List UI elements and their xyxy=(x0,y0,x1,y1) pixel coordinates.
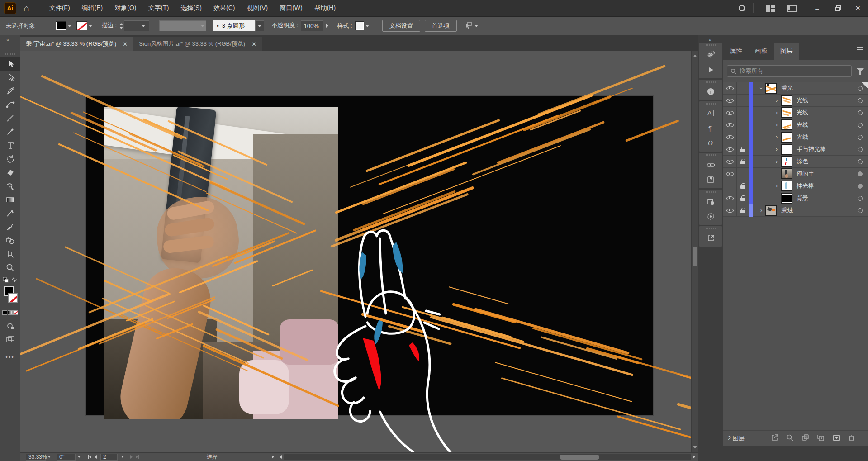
layer-name[interactable]: 光线 xyxy=(797,133,808,141)
brush-definition-value[interactable]: •3 点圆形 xyxy=(213,20,255,31)
new-layer-icon[interactable] xyxy=(832,434,840,443)
layer-thumbnail[interactable] xyxy=(781,156,792,167)
expand-chevron-icon[interactable]: › xyxy=(773,146,781,152)
menu-7[interactable]: 视图(V) xyxy=(241,0,274,17)
expand-chevron-icon[interactable]: › xyxy=(773,122,781,128)
stroke-dropdown-chevron-icon[interactable] xyxy=(87,21,94,30)
hscroll-left-icon[interactable] xyxy=(280,455,282,459)
info-icon[interactable] xyxy=(699,84,722,99)
rotation-dropdown-chevron-icon[interactable] xyxy=(76,456,83,458)
line-tool[interactable] xyxy=(0,111,20,125)
collapse-panels-icon[interactable]: « xyxy=(709,37,711,43)
style-dropdown-chevron-icon[interactable] xyxy=(364,21,370,30)
visibility-toggle[interactable] xyxy=(723,168,737,180)
visibility-toggle[interactable] xyxy=(723,95,737,107)
layer-name[interactable]: 背景 xyxy=(797,194,808,202)
pattern-icon[interactable] xyxy=(699,209,722,224)
target-circle[interactable] xyxy=(858,196,863,201)
layer-thumbnail[interactable] xyxy=(781,193,792,204)
panel-menu-icon[interactable] xyxy=(857,47,863,54)
expand-chevron-icon[interactable]: › xyxy=(773,183,781,189)
swap-fill-stroke-icon[interactable] xyxy=(11,277,17,282)
layer-row-光线[interactable]: ›光线 xyxy=(723,95,868,107)
layer-name[interactable]: 光线 xyxy=(797,121,808,129)
status-expand-icon[interactable] xyxy=(272,455,274,459)
strip-drag-dots[interactable] xyxy=(699,43,722,48)
visibility-toggle[interactable] xyxy=(723,204,737,217)
horizontal-scrollbar[interactable] xyxy=(284,454,691,460)
fill-dropdown-chevron-icon[interactable] xyxy=(66,21,73,30)
curvature-tool[interactable] xyxy=(0,98,20,111)
pathfinder-icon[interactable] xyxy=(699,194,722,209)
tab-close-icon[interactable]: ✕ xyxy=(123,41,128,48)
strip-drag-dots[interactable] xyxy=(699,226,722,231)
collect-export-icon[interactable] xyxy=(771,434,778,443)
layer-row-神光棒[interactable]: ›神光棒 xyxy=(723,180,868,192)
expand-chevron-icon[interactable]: › xyxy=(758,84,764,92)
target-circle[interactable] xyxy=(858,171,863,176)
play-icon[interactable] xyxy=(699,62,722,77)
new-sublayer-icon[interactable] xyxy=(817,434,825,443)
close-button[interactable]: ✕ xyxy=(848,0,868,17)
menu-5[interactable]: 选择(S) xyxy=(175,0,208,17)
link-icon[interactable] xyxy=(699,157,722,172)
zoom-level-value[interactable]: 33.33% xyxy=(26,454,46,461)
scroll-down-icon[interactable] xyxy=(693,446,697,450)
isolate-dropdown-chevron-icon[interactable] xyxy=(473,21,479,30)
layer-row-俺的手[interactable]: 俺的手 xyxy=(723,168,868,180)
lock-toggle[interactable] xyxy=(737,180,749,192)
filter-icon[interactable] xyxy=(856,67,864,75)
shaper-tool[interactable] xyxy=(0,179,20,193)
style-swatch[interactable] xyxy=(355,21,364,30)
gradient-mode-icon[interactable] xyxy=(8,310,13,315)
visibility-toggle[interactable] xyxy=(723,107,737,119)
clipping-mask-icon[interactable] xyxy=(802,434,809,443)
lock-toggle[interactable] xyxy=(737,82,749,95)
stroke-swatch[interactable] xyxy=(8,293,18,303)
layer-name[interactable]: 俺的手 xyxy=(797,170,814,178)
home-icon[interactable]: ⌂ xyxy=(24,3,29,14)
toolbar-drag-dots[interactable] xyxy=(0,52,20,57)
lock-toggle[interactable] xyxy=(737,119,749,131)
paragraph-icon[interactable]: ¶ xyxy=(699,121,722,136)
strip-drag-dots[interactable] xyxy=(699,190,722,194)
layer-row-秉烛[interactable]: ›秉烛 xyxy=(723,204,868,217)
gear-icon[interactable] xyxy=(699,48,722,62)
minimize-button[interactable]: – xyxy=(807,0,827,17)
layer-name[interactable]: 光线 xyxy=(797,96,808,105)
opacity-label[interactable]: 不透明度 : xyxy=(271,21,298,30)
artboard-number-value[interactable]: 2 xyxy=(100,454,118,461)
menu-3[interactable]: 对象(O) xyxy=(109,0,142,17)
expand-chevron-icon[interactable]: › xyxy=(773,134,781,140)
hscroll-right-icon[interactable] xyxy=(693,455,695,459)
eraser-tool[interactable] xyxy=(0,166,20,179)
visibility-toggle[interactable] xyxy=(723,192,737,204)
first-artboard-icon[interactable] xyxy=(88,455,91,459)
selection-tool[interactable] xyxy=(0,57,20,71)
screen-mode-button[interactable] xyxy=(0,333,20,347)
panel-tab-图层[interactable]: 图层 xyxy=(774,43,799,60)
next-artboard-icon[interactable] xyxy=(130,455,133,459)
color-mode-icon[interactable] xyxy=(2,310,7,315)
eyedropper-tool[interactable] xyxy=(0,206,20,220)
fill-stroke-indicator[interactable] xyxy=(0,285,20,307)
opentype-icon[interactable]: O xyxy=(699,136,722,151)
layer-thumbnail[interactable] xyxy=(781,119,792,130)
visibility-toggle[interactable] xyxy=(723,143,737,156)
target-circle[interactable] xyxy=(858,110,863,115)
expand-chevron-icon[interactable]: › xyxy=(757,207,765,214)
artboard-dropdown-chevron-icon[interactable] xyxy=(119,456,126,458)
layer-thumbnail[interactable] xyxy=(765,205,777,216)
layers-search-input[interactable]: 搜索所有 xyxy=(727,65,852,77)
visibility-toggle[interactable] xyxy=(723,82,737,95)
target-circle[interactable] xyxy=(858,159,863,164)
target-circle[interactable] xyxy=(858,208,863,213)
stroke-color-swatch[interactable] xyxy=(76,21,87,30)
visibility-toggle[interactable] xyxy=(723,156,737,168)
previous-artboard-icon[interactable] xyxy=(95,455,97,459)
scroll-up-icon[interactable] xyxy=(693,53,697,57)
panel-tab-属性[interactable]: 属性 xyxy=(723,43,749,60)
none-mode-icon[interactable] xyxy=(13,310,18,315)
lock-toggle[interactable] xyxy=(737,204,749,217)
strip-drag-dots[interactable] xyxy=(699,80,722,84)
